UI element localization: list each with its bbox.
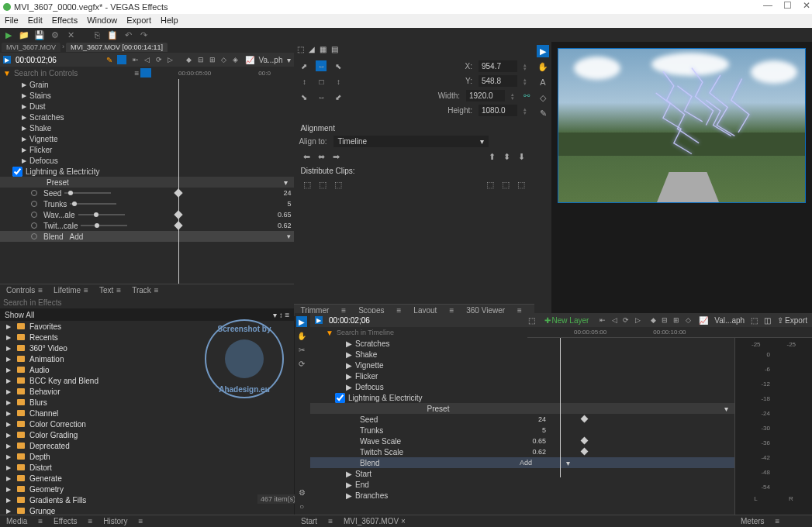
marker-icon[interactable] (117, 55, 126, 64)
edit-icon[interactable]: ✎ (106, 56, 112, 64)
tl-view1-icon[interactable]: ⬚ (751, 316, 758, 325)
fx-checkbox[interactable] (12, 167, 22, 177)
anchor-bl-icon[interactable]: ⬊ (299, 91, 309, 102)
prefs-icon[interactable]: ✕ (65, 29, 76, 40)
breadcrumb-b[interactable]: MVI_3607.MOV [00:00:14:11] (66, 43, 168, 52)
media-item[interactable]: ▶Color Correction (0, 418, 294, 429)
media-item[interactable]: ▶Depth (0, 451, 294, 462)
menu-help[interactable]: Help (161, 16, 178, 26)
tl-row[interactable]: ▶Scratches (310, 338, 734, 349)
tl-fx-checkbox[interactable] (335, 393, 345, 403)
filter-icon[interactable]: ▼ (3, 69, 11, 78)
save-icon[interactable]: 💾 (34, 29, 45, 40)
play-icon[interactable]: ▶ (3, 56, 11, 64)
tl-gear-icon[interactable]: ⚙ (296, 487, 307, 498)
align-hcenter-icon[interactable]: ⬌ (318, 152, 325, 162)
tab-history[interactable]: History (103, 517, 127, 525)
dropdown-icon[interactable]: ▾ (273, 311, 277, 319)
refresh-icon[interactable]: ⟳ (154, 55, 164, 64)
tl-select-icon[interactable]: ▶ (296, 316, 307, 327)
media-item[interactable]: ▶Blurs (0, 397, 294, 408)
media-item[interactable]: ▶Color Grading (0, 429, 294, 440)
ctrl-row[interactable]: ▶Dust (0, 101, 294, 112)
dist-h1-icon[interactable]: ⬚ (303, 180, 311, 190)
tl-fx-row[interactable]: Lightning & Electricity (310, 392, 734, 403)
graph-icon[interactable]: 📈 (245, 56, 254, 64)
ctrl-row[interactable]: ▶Grain (0, 79, 294, 90)
tl-kf1-icon[interactable]: ◆ (648, 315, 658, 325)
tl-rate-icon[interactable]: ⟳ (296, 358, 307, 369)
align-left-icon[interactable]: ⬅ (303, 152, 310, 162)
tab-meters[interactable]: Meters (741, 517, 765, 525)
align-right-icon[interactable]: ➡ (333, 152, 340, 162)
tl-row[interactable]: ▶Vignette (310, 360, 734, 370)
menu-export[interactable]: Export (126, 16, 151, 26)
kf-del-icon[interactable]: ◇ (219, 55, 229, 64)
media-item[interactable]: ▶Animation (0, 353, 294, 364)
param-wave[interactable]: Wav...ale0.65 (0, 209, 294, 220)
tl-start-icon[interactable]: ⇤ (598, 315, 607, 325)
tab-text[interactable]: Text ≡ (99, 286, 121, 294)
brush-tool-icon[interactable]: ✎ (537, 107, 549, 119)
tab-media[interactable]: Media (6, 517, 27, 525)
kf-next-icon[interactable]: ⊞ (208, 55, 217, 64)
tl-kf2-icon[interactable]: ⊟ (660, 315, 669, 325)
media-item[interactable]: ▶Behavior (0, 386, 294, 397)
keyframe-icon[interactable] (174, 221, 182, 229)
search-effects-input[interactable] (3, 298, 291, 307)
view-icon[interactable] (140, 68, 151, 78)
list-icon[interactable]: ≡ (135, 69, 140, 78)
tl-kf3-icon[interactable]: ⊞ (672, 315, 681, 325)
ctrl-row[interactable]: ▶Vignette (0, 133, 294, 144)
next-frame-icon[interactable]: ▷ (166, 55, 175, 64)
menu-effects[interactable]: Effects (52, 16, 78, 26)
w-input[interactable]: 1920.0 (466, 90, 505, 102)
copy-icon[interactable]: ⎘ (92, 29, 102, 40)
new-layer-button[interactable]: ✚ New Layer (541, 315, 593, 326)
gear-icon[interactable]: ⚙ (50, 29, 60, 40)
kf-prev-icon[interactable]: ⊟ (196, 55, 206, 64)
prev-frame-icon[interactable]: ◁ (143, 55, 152, 64)
kf-all-icon[interactable]: ◈ (231, 55, 240, 64)
tool-a-icon[interactable]: ⬚ (297, 45, 304, 53)
breadcrumb-a[interactable]: MVI_3607.MOV (2, 43, 60, 52)
media-item[interactable]: ▶Deprecated (0, 440, 294, 451)
tool-b-icon[interactable]: ◢ (309, 45, 315, 53)
media-item[interactable]: ▶Favorites (0, 321, 294, 332)
link-icon[interactable]: ⚯ (523, 91, 530, 100)
tl-cut-icon[interactable]: ✂ (296, 344, 307, 355)
dist-h2-icon[interactable]: ⬚ (319, 180, 327, 190)
media-item[interactable]: ▶Recents (0, 332, 294, 343)
tab-lifetime[interactable]: Lifetime ≡ (54, 286, 88, 294)
kf-icon[interactable]: ◆ (185, 55, 194, 64)
ctrl-row[interactable]: ▶Defocus (0, 155, 294, 166)
media-item[interactable]: ▶Generate (0, 473, 294, 484)
open-icon[interactable]: 📁 (19, 29, 29, 40)
media-item[interactable]: ▶Distort (0, 462, 294, 473)
ctrl-row[interactable]: ▶Shake (0, 122, 294, 133)
anchor-c-icon[interactable]: □ (316, 76, 327, 87)
media-item[interactable]: ▶Geometry (0, 484, 294, 494)
goto-start-icon[interactable]: ⇤ (131, 55, 140, 64)
tab-controls[interactable]: Controls ≡ (6, 286, 43, 294)
dist-v1-icon[interactable]: ⬚ (486, 180, 494, 190)
tl-row[interactable]: ▶Branches (310, 490, 734, 501)
tl-param-seed[interactable]: Seed24 (310, 414, 734, 425)
tl-hand-icon[interactable]: ✋ (296, 330, 307, 341)
dropdown-icon[interactable]: ▾ (287, 56, 291, 64)
minimize-button[interactable]: — (763, 0, 772, 11)
anchor-tr-icon[interactable]: ⬉ (333, 60, 344, 71)
tl-more-icon[interactable]: ○ (296, 501, 307, 512)
redo-icon[interactable]: ↷ (138, 29, 149, 40)
new-icon[interactable]: ▶ (3, 29, 14, 40)
media-item[interactable]: ▶BCC Key and Blend (0, 375, 294, 386)
tab-clip[interactable]: MVI_3607.MOV × (344, 517, 406, 525)
alignto-dropdown[interactable]: Timeline▾ (333, 136, 489, 147)
media-item[interactable]: ▶Gradients & Fills (0, 494, 294, 505)
tool-d-icon[interactable]: ▤ (331, 45, 338, 53)
ctrl-row[interactable]: ▶Stains (0, 90, 294, 101)
keyframe-icon[interactable] (174, 188, 182, 197)
anchor-bc-icon[interactable]: ↔ (316, 91, 327, 102)
tl-kf4-icon[interactable]: ◇ (683, 315, 693, 325)
fx-row[interactable]: Lightning & Electricity (0, 166, 294, 177)
